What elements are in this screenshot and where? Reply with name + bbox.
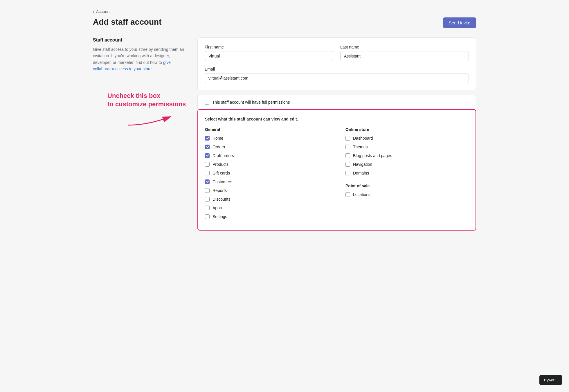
toast-notification: Bywor... — [539, 375, 562, 385]
perm-apps: Apps — [205, 206, 328, 210]
perm-draft-orders-label: Draft orders — [213, 153, 234, 158]
perm-reports-checkbox[interactable] — [205, 188, 210, 193]
perm-dashboard: Dashboard — [345, 136, 469, 141]
perm-orders: Orders — [205, 145, 328, 149]
page-title: Add staff account — [93, 17, 161, 27]
perm-discounts-checkbox[interactable] — [205, 197, 210, 202]
perm-draft-orders: Draft orders — [205, 153, 328, 158]
perm-home-checkbox[interactable] — [205, 136, 210, 141]
perm-products-checkbox[interactable] — [205, 162, 210, 167]
perm-orders-checkbox[interactable] — [205, 145, 210, 149]
last-name-label: Last name — [340, 45, 469, 49]
online-store-col: Online store Dashboard Themes — [345, 127, 469, 223]
right-panel: First name Last name Email — [197, 37, 476, 231]
page-header: Add staff account Send invite — [93, 17, 476, 28]
last-name-group: Last name — [340, 45, 469, 61]
perm-reports-label: Reports — [213, 188, 227, 193]
email-input[interactable] — [205, 73, 469, 83]
perm-customers: Customers — [205, 179, 328, 184]
perm-draft-orders-checkbox[interactable] — [205, 153, 210, 158]
full-permissions-label: This staff account will have full permis… — [212, 100, 290, 105]
perm-locations-checkbox[interactable] — [345, 192, 350, 197]
online-store-col-title: Online store — [345, 127, 469, 132]
perm-discounts: Discounts — [205, 197, 328, 202]
perm-themes: Themes — [345, 145, 469, 149]
full-permissions-checkbox[interactable] — [205, 100, 209, 105]
permissions-wrapper: This staff account will have full permis… — [197, 95, 476, 231]
first-name-input[interactable] — [205, 51, 333, 61]
staff-account-desc: Give staff access to your store by sendi… — [93, 46, 186, 72]
perm-gift-cards-label: Gift cards — [213, 171, 230, 175]
breadcrumb-label: Account — [96, 9, 111, 14]
perm-blog-posts-label: Blog posts and pages — [353, 153, 392, 158]
perm-customers-label: Customers — [213, 179, 232, 184]
perm-blog-posts-checkbox[interactable] — [345, 153, 350, 158]
perm-dashboard-checkbox[interactable] — [345, 136, 350, 141]
annotation-text: Uncheck this boxto customize permissions — [107, 92, 192, 108]
perm-locations-label: Locations — [353, 192, 370, 197]
permissions-box: Select what this staff account can view … — [197, 109, 476, 231]
annotation-container: Uncheck this boxto customize permissions — [197, 109, 476, 231]
perm-apps-label: Apps — [213, 206, 222, 210]
left-panel: Staff account Give staff access to your … — [93, 37, 186, 72]
point-of-sale-section: Point of sale Locations — [345, 184, 469, 197]
perm-gift-cards: Gift cards — [205, 171, 328, 175]
breadcrumb[interactable]: ‹ Account — [93, 9, 476, 14]
perm-products: Products — [205, 162, 328, 167]
full-permissions-row: This staff account will have full permis… — [197, 95, 476, 109]
last-name-input[interactable] — [340, 51, 469, 61]
toast-label: Bywor... — [544, 378, 557, 382]
perm-themes-label: Themes — [353, 145, 368, 149]
perm-gift-cards-checkbox[interactable] — [205, 171, 210, 175]
perm-settings-checkbox[interactable] — [205, 214, 210, 219]
perm-dashboard-label: Dashboard — [353, 136, 373, 141]
perm-themes-checkbox[interactable] — [345, 145, 350, 149]
perm-domains-label: Domains — [353, 171, 369, 175]
perm-home-label: Home — [213, 136, 223, 141]
perm-settings-label: Settings — [213, 214, 227, 219]
content-layout: Staff account Give staff access to your … — [93, 37, 476, 231]
perm-domains-checkbox[interactable] — [345, 171, 350, 175]
email-label: Email — [205, 67, 469, 71]
first-name-label: First name — [205, 45, 333, 49]
general-permissions-col: General Home Orders — [205, 127, 328, 223]
pos-col-title: Point of sale — [345, 184, 469, 188]
send-invite-button[interactable]: Send invite — [443, 17, 476, 28]
perm-reports: Reports — [205, 188, 328, 193]
name-row: First name Last name — [205, 45, 469, 61]
perm-navigation: Navigation — [345, 162, 469, 167]
annotation: Uncheck this boxto customize permissions — [107, 92, 192, 129]
staff-info-card: First name Last name Email — [197, 37, 476, 90]
staff-account-section-title: Staff account — [93, 37, 186, 43]
perm-discounts-label: Discounts — [213, 197, 230, 202]
perm-apps-checkbox[interactable] — [205, 206, 210, 210]
perm-locations: Locations — [345, 192, 469, 197]
permissions-box-title: Select what this staff account can view … — [205, 117, 469, 121]
general-col-title: General — [205, 127, 328, 132]
perm-navigation-checkbox[interactable] — [345, 162, 350, 167]
email-group: Email — [205, 67, 469, 83]
perm-home: Home — [205, 136, 328, 141]
back-chevron-icon: ‹ — [93, 9, 94, 14]
first-name-group: First name — [205, 45, 333, 61]
permissions-columns: General Home Orders — [205, 127, 469, 223]
perm-settings: Settings — [205, 214, 328, 219]
annotation-arrow-icon — [125, 111, 183, 128]
perm-navigation-label: Navigation — [353, 162, 372, 167]
perm-products-label: Products — [213, 162, 228, 167]
perm-customers-checkbox[interactable] — [205, 179, 210, 184]
perm-blog-posts: Blog posts and pages — [345, 153, 469, 158]
perm-orders-label: Orders — [213, 145, 225, 149]
perm-domains: Domains — [345, 171, 469, 175]
